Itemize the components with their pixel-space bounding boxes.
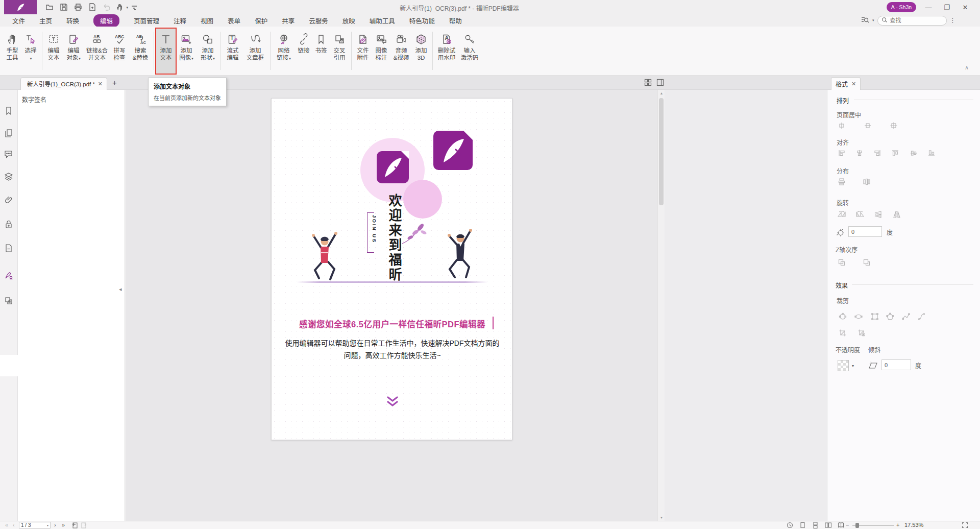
- opacity-swatch-button[interactable]: [838, 360, 849, 371]
- zoom-out-button[interactable]: −: [846, 522, 849, 528]
- sidebar-digital-signatures-icon[interactable]: [4, 270, 15, 281]
- new-tab-button[interactable]: +: [112, 78, 117, 87]
- print-button[interactable]: [74, 3, 83, 12]
- vertical-scrollbar[interactable]: ▲ ▼: [657, 90, 665, 521]
- distribute-vertically-button[interactable]: [836, 176, 848, 188]
- ribbon-tool-cross-reference[interactable]: 交叉 引用: [330, 29, 349, 74]
- new-document-button[interactable]: [88, 3, 97, 12]
- find-search-box[interactable]: [877, 16, 947, 26]
- zoom-in-button[interactable]: +: [896, 522, 899, 528]
- minimize-button[interactable]: —: [922, 3, 935, 12]
- scroll-down-arrow[interactable]: ▼: [658, 516, 665, 519]
- menu-accessibility-tools[interactable]: 辅助工具: [370, 16, 395, 26]
- ribbon-tool-flow-edit[interactable]: T 流式 编辑: [223, 29, 242, 74]
- user-account-badge[interactable]: A - Sh3n: [887, 2, 916, 12]
- next-view-button[interactable]: [81, 522, 87, 529]
- align-top-button[interactable]: [889, 147, 901, 159]
- read-mode-icon[interactable]: [787, 522, 793, 529]
- format-panel-tab[interactable]: 格式 ✕: [831, 77, 861, 90]
- document-tab[interactable]: 新人引导(1)_OCR(3).pdf * ✕: [20, 77, 107, 90]
- continuous-view-icon[interactable]: [812, 522, 819, 529]
- bring-forward-button[interactable]: [836, 256, 848, 269]
- rotate-right-button[interactable]: [854, 208, 866, 221]
- sidebar-layers-icon[interactable]: [4, 172, 15, 183]
- ribbon-tool-add-article-box[interactable]: 添加 文章框: [242, 29, 268, 74]
- align-left-button[interactable]: [836, 147, 848, 159]
- edit-object-dropdown-arrow[interactable]: ▾: [79, 57, 81, 60]
- search-mode-dropdown[interactable]: ▾: [872, 18, 874, 22]
- add-shape-dropdown-arrow[interactable]: ▾: [213, 57, 215, 60]
- skew-degree-input[interactable]: [881, 359, 911, 370]
- open-file-button[interactable]: [45, 3, 54, 12]
- send-backward-button[interactable]: [861, 256, 873, 269]
- center-horizontally-button[interactable]: [836, 119, 848, 132]
- collapse-left-panel-handle[interactable]: ◂: [119, 286, 122, 293]
- save-button[interactable]: [59, 3, 68, 12]
- ribbon-tool-add-3d[interactable]: 添加 3D: [412, 29, 430, 74]
- ribbon-tool-file-attachment[interactable]: 文件 附件: [354, 29, 372, 74]
- menu-cloud-service[interactable]: 云服务: [309, 16, 328, 26]
- restore-button[interactable]: ❐: [940, 3, 953, 12]
- opacity-dropdown-arrow[interactable]: ▾: [852, 364, 854, 368]
- sidebar-destinations-icon[interactable]: [4, 243, 15, 254]
- align-vertical-center-button[interactable]: [908, 147, 920, 159]
- menu-help[interactable]: 帮助: [449, 16, 462, 26]
- ribbon-tool-remove-trial-watermark[interactable]: A 删除试 用水印: [435, 29, 458, 74]
- menu-form[interactable]: 表单: [228, 16, 240, 26]
- ribbon-tool-link[interactable]: 链接: [295, 29, 312, 74]
- crop-apply-button[interactable]: [837, 327, 849, 339]
- flip-vertical-button[interactable]: [872, 208, 885, 221]
- foxit-logo-icon[interactable]: [4, 0, 37, 14]
- menu-page-management[interactable]: 页面管理: [134, 16, 159, 26]
- fullscreen-icon[interactable]: [962, 522, 968, 529]
- document-tab-close-icon[interactable]: ✕: [98, 81, 103, 87]
- sidebar-pages-icon[interactable]: [4, 128, 15, 139]
- center-vertically-button[interactable]: [862, 119, 874, 132]
- page-box-dropdown-arrow[interactable]: ▾: [47, 523, 48, 527]
- align-horizontal-center-button[interactable]: [853, 147, 866, 159]
- menu-home[interactable]: 主页: [39, 16, 52, 26]
- crop-remove-button[interactable]: [855, 327, 868, 339]
- ribbon-tool-enter-activation-code[interactable]: 输入 激活码: [458, 29, 481, 74]
- add-image-dropdown-arrow[interactable]: ▾: [191, 57, 193, 60]
- center-both-button[interactable]: [888, 119, 900, 132]
- previous-page-button[interactable]: ‹: [13, 522, 15, 528]
- section-effects[interactable]: 效果: [836, 281, 848, 290]
- crop-polygon-button[interactable]: [884, 310, 896, 323]
- sidebar-attachments-icon[interactable]: [4, 195, 15, 206]
- find-input[interactable]: [890, 17, 941, 23]
- menu-edit-selected[interactable]: 编辑: [93, 14, 119, 27]
- ribbon-tool-edit-object[interactable]: 编辑 对象▾: [63, 29, 84, 74]
- crop-circle-button[interactable]: [837, 310, 849, 323]
- align-right-button[interactable]: [871, 147, 884, 159]
- previous-view-button[interactable]: [71, 522, 78, 529]
- select-dropdown-arrow[interactable]: ▾: [30, 57, 32, 60]
- last-page-button[interactable]: »: [62, 522, 65, 528]
- grid-view-icon[interactable]: [644, 79, 652, 88]
- pdf-page[interactable]: JOIN US 欢迎来到福昕: [271, 98, 512, 440]
- crop-polyline-button[interactable]: [900, 310, 912, 323]
- page-number-box[interactable]: 1 / 3 ▾: [19, 522, 51, 528]
- sidebar-security-icon[interactable]: [4, 219, 15, 230]
- sidebar-articles-icon[interactable]: [4, 296, 15, 307]
- crop-curve-button[interactable]: [916, 310, 928, 323]
- distribute-horizontally-button[interactable]: [861, 176, 873, 188]
- menu-share[interactable]: 共享: [282, 16, 295, 26]
- menu-slideshow[interactable]: 放映: [342, 16, 355, 26]
- scrollbar-thumb[interactable]: [659, 98, 664, 205]
- menu-special-features[interactable]: 特色功能: [409, 16, 435, 26]
- undo-button[interactable]: [102, 3, 111, 12]
- ribbon-tool-image-annotation[interactable]: 图像 标注: [372, 29, 390, 74]
- collapse-ribbon-icon[interactable]: ∧: [965, 64, 969, 71]
- align-bottom-button[interactable]: [925, 147, 938, 159]
- ribbon-tool-edit-text[interactable]: 编辑 文本: [44, 29, 63, 74]
- flip-horizontal-button[interactable]: [891, 208, 903, 221]
- crop-rectangle-button[interactable]: [869, 310, 881, 323]
- ribbon-tool-link-merge-text[interactable]: AB 链接&合 并文本: [84, 29, 110, 74]
- panel-layout-icon[interactable]: [656, 79, 664, 88]
- crop-ellipse-button[interactable]: [852, 310, 865, 323]
- ribbon-tool-bookmark[interactable]: 书签: [312, 29, 330, 74]
- book-view-icon[interactable]: [838, 522, 844, 529]
- zoom-percentage[interactable]: 17.53%: [904, 522, 923, 528]
- menu-convert[interactable]: 转换: [66, 16, 79, 26]
